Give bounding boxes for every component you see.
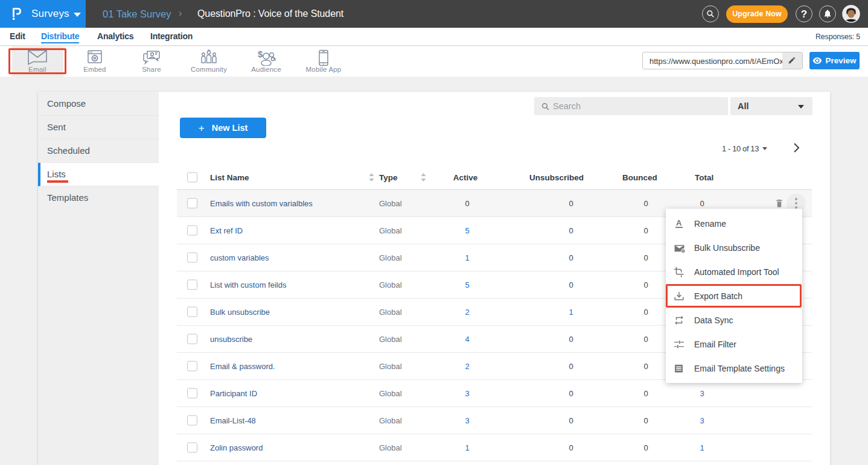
svg-text:A: A — [676, 218, 682, 227]
svg-text:$: $ — [258, 49, 263, 59]
